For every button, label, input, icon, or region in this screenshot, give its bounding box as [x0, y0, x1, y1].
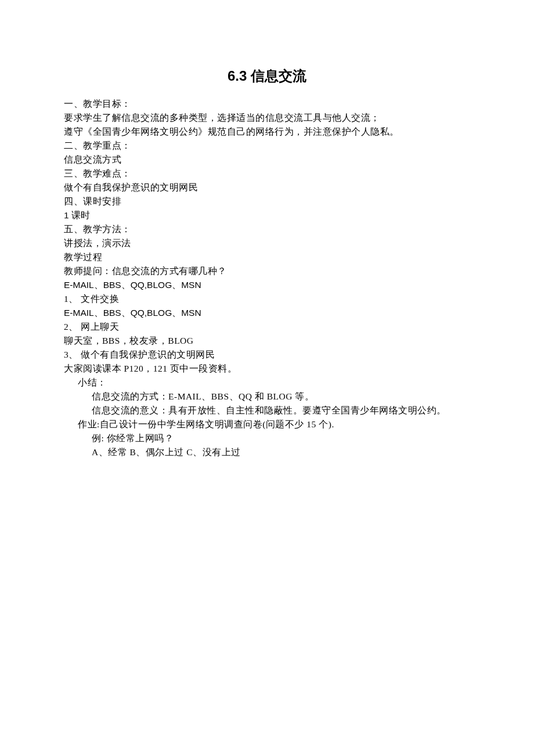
list-item: 1、 文件交换	[64, 292, 470, 306]
body-text: A、经常 B、偶尔上过 C、没有上过	[64, 445, 470, 459]
list-item: 3、 做个有自我保护意识的文明网民	[64, 348, 470, 362]
body-text: 信息交流方式	[64, 153, 470, 167]
document-title: 6.3 信息交流	[64, 67, 470, 85]
body-text: 讲授法，演示法	[64, 236, 470, 250]
body-text: 例: 你经常上网吗？	[64, 431, 470, 445]
body-text: 信息交流的意义：具有开放性、自主性和隐蔽性。要遵守全国青少年网络文明公约。	[64, 404, 470, 417]
body-text: 大家阅读课本 P120，121 页中一段资料。	[64, 362, 470, 376]
body-text: 要求学生了解信息交流的多种类型，选择适当的信息交流工具与他人交流；	[64, 111, 470, 125]
body-text: E-MAIL、BBS、QQ,BLOG、MSN	[64, 306, 470, 320]
section-heading-4: 四、课时安排	[64, 195, 470, 208]
summary-heading: 小结：	[64, 376, 470, 390]
section-heading-3: 三、教学难点：	[64, 167, 470, 181]
body-text: 信息交流的方式：E-MAIL、BBS、QQ 和 BLOG 等。	[64, 390, 470, 404]
body-text: 1 课时	[64, 208, 470, 222]
body-text: E-MAIL、BBS、QQ,BLOG、MSN	[64, 278, 470, 292]
section-heading-1: 一、教学目标：	[64, 97, 470, 111]
body-text: 聊天室，BBS，校友录，BLOG	[64, 334, 470, 348]
list-item: 2、 网上聊天	[64, 320, 470, 334]
body-text: 教学过程	[64, 250, 470, 264]
body-text: 做个有自我保护意识的文明网民	[64, 181, 470, 195]
body-text: 遵守《全国青少年网络文明公约》规范自己的网络行为，并注意保护个人隐私。	[64, 125, 470, 139]
assignment-text: 作业:自己设计一份中学生网络文明调查问卷(问题不少 15 个).	[64, 417, 470, 431]
section-heading-2: 二、教学重点：	[64, 139, 470, 153]
body-text: 教师提问：信息交流的方式有哪几种？	[64, 264, 470, 278]
section-heading-5: 五、教学方法：	[64, 222, 470, 236]
